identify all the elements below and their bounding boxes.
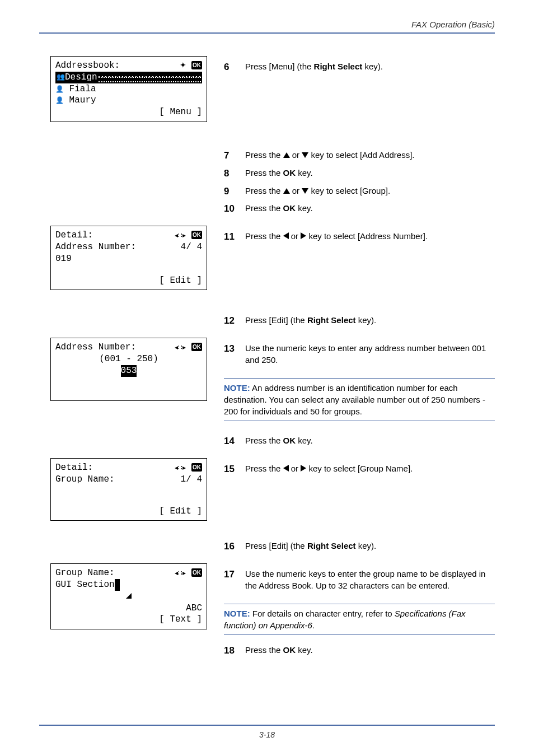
step-13: 13 Use the numeric keys to enter any add… (224, 342, 495, 366)
step-number: 16 (224, 540, 237, 553)
note-text: An address number is an identification n… (224, 383, 485, 416)
screen-title: Address Number: (55, 342, 136, 353)
right-arrow-icon (301, 465, 306, 472)
field-value: 019 (55, 253, 202, 265)
nav-ok-icon: ◂∷▸ OK (175, 462, 202, 474)
signal-icon (55, 591, 202, 603)
nav-ok-icon: ◂∷▸ OK (175, 342, 202, 353)
note-2: NOTE: For details on character entry, re… (224, 608, 495, 631)
note-rule (224, 634, 495, 635)
step-12: 12 Press [Edit] (the Right Select key). (224, 314, 495, 328)
field-index: 1/ 4 (181, 474, 202, 486)
note-label: NOTE: (224, 383, 250, 393)
note-1: NOTE: An address number is an identifica… (224, 382, 495, 417)
softkey-text: [ Text ] (159, 614, 202, 626)
step-body: Press the OK key. (245, 644, 495, 657)
step-8: 8 Press the OK key. (224, 167, 495, 180)
cursor-icon (115, 579, 120, 591)
softkey-edit: [ Edit ] (159, 275, 202, 287)
screen-row: 👤 Maury (55, 95, 202, 106)
step-18: 18 Press the OK key. (224, 644, 495, 657)
left-arrow-icon (283, 232, 289, 239)
person-icon: 👤 (55, 85, 64, 93)
person-icon: 👤 (55, 96, 64, 104)
sel-text: Design (65, 72, 97, 83)
screen-title: Group Name: (55, 567, 115, 579)
screen-title: Addressbook: (55, 60, 120, 72)
step-body: Use the numeric keys to enter any addres… (245, 342, 495, 366)
screen-detail-group-name: Detail: ◂∷▸ OK Group Name: 1/ 4 [ Edit ] (50, 458, 207, 521)
softkey-menu: [ Menu ] (159, 106, 202, 118)
screen-row: 👤 Fiala (55, 83, 202, 95)
step-body: Press the OK key. (245, 435, 495, 448)
step-16: 16 Press [Edit] (the Right Select key). (224, 540, 495, 553)
step-number: 9 (224, 185, 237, 198)
step-10: 10 Press the OK key. (224, 202, 495, 216)
header-title: FAX Operation (Basic) (411, 20, 495, 29)
step-number: 13 (224, 342, 237, 366)
step-number: 8 (224, 167, 237, 180)
entry-value: GUI Section (55, 579, 202, 591)
step-14: 14 Press the OK key. (224, 435, 495, 448)
content-area: Addressbook: ✦ OK 👥Design 👤 Fiala 👤 Maur… (0, 39, 534, 662)
left-arrow-icon (283, 465, 289, 472)
step-9: 9 Press the or key to select [Group]. (224, 185, 495, 198)
page-header: FAX Operation (Basic) (0, 0, 534, 39)
nav-ok-icon: ◂∷▸ OK (175, 567, 202, 579)
right-arrow-icon (301, 232, 306, 239)
footer-rule (39, 725, 495, 726)
step-body: Press [Menu] (the Right Select key). (245, 60, 495, 74)
down-arrow-icon (302, 152, 308, 158)
note-rule (224, 604, 495, 604)
up-arrow-icon (283, 188, 290, 194)
step-body: Press the or key to select [Group]. (245, 185, 495, 198)
step-body: Press the OK key. (245, 202, 495, 216)
screen-detail-address-number: Detail: ◂∷▸ OK Address Number: 4/ 4 019 … (50, 226, 207, 290)
step-body: Press [Edit] (the Right Select key). (245, 314, 495, 328)
softkey-edit: [ Edit ] (159, 506, 202, 517)
step-number: 14 (224, 435, 237, 448)
step-number: 18 (224, 644, 237, 657)
screen-group-name-entry: Group Name: ◂∷▸ OK GUI Section ABC [ Tex… (50, 563, 207, 629)
step-7: 7 Press the or key to select [Add Addres… (224, 149, 495, 162)
step-body: Press the or key to select [Group Name]. (245, 463, 495, 476)
field-label: Address Number: (55, 241, 136, 253)
step-body: Press [Edit] (the Right Select key). (245, 540, 495, 553)
screen-selected-row: 👥Design (55, 72, 202, 83)
step-body: Use the numeric keys to enter the group … (245, 568, 495, 591)
nav-ok-icon: ◂∷▸ OK (175, 230, 202, 241)
page-footer: 3-18 (0, 725, 534, 739)
step-number: 7 (224, 149, 237, 162)
page-number: 3-18 (0, 730, 534, 739)
input-mode: ABC (186, 603, 202, 614)
step-number: 11 (224, 230, 237, 244)
screen-title: Detail: (55, 230, 93, 241)
step-17: 17 Use the numeric keys to enter the gro… (224, 568, 495, 591)
note-text: For details on character entry, refer to (250, 609, 395, 618)
step-number: 17 (224, 568, 237, 591)
step-number: 10 (224, 202, 237, 216)
note-rule (224, 421, 495, 421)
step-11: 11 Press the or key to select [Address N… (224, 230, 495, 244)
note-label: NOTE: (224, 609, 250, 618)
screen-address-number-entry: Address Number: ◂∷▸ OK (001 - 250) 053 (50, 338, 207, 400)
screen-addressbook: Addressbook: ✦ OK 👥Design 👤 Fiala 👤 Maur… (50, 56, 207, 122)
down-arrow-icon (302, 188, 308, 194)
selection-tail (99, 72, 201, 82)
up-arrow-icon (283, 152, 290, 158)
entry-value: 053 (55, 365, 202, 377)
step-number: 6 (224, 60, 237, 74)
header-rule (39, 32, 495, 34)
step-body: Press the or key to select [Address Numb… (245, 230, 495, 244)
step-body: Press the OK key. (245, 167, 495, 180)
step-15: 15 Press the or key to select [Group Nam… (224, 463, 495, 476)
screen-title: Detail: (55, 462, 93, 474)
field-label: Group Name: (55, 474, 115, 486)
range-hint: (001 - 250) (55, 353, 202, 365)
group-icon: 👥 (57, 73, 65, 82)
step-body: Press the or key to select [Add Address]… (245, 149, 495, 162)
field-index: 4/ 4 (181, 241, 202, 253)
step-6: 6 Press [Menu] (the Right Select key). (224, 60, 495, 74)
step-number: 15 (224, 463, 237, 476)
nav-ok-icon: ✦ OK (180, 60, 202, 72)
